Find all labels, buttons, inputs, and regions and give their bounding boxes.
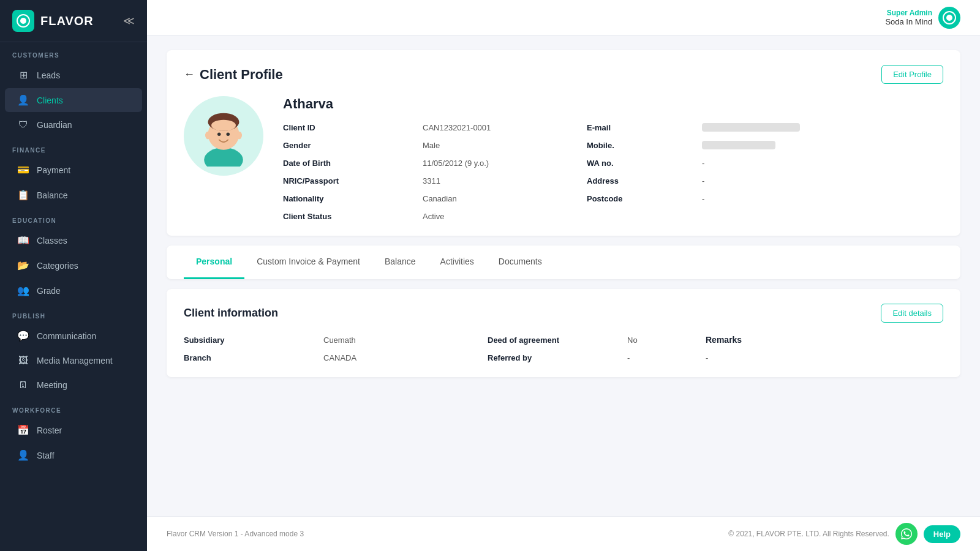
user-menu[interactable]: Super Admin Soda In Mind [885, 7, 960, 29]
logo-text: FLAVOR [40, 14, 94, 28]
section-header: Client information Edit details [184, 304, 943, 323]
main-area: Super Admin Soda In Mind ← Client Profil… [147, 0, 980, 551]
topbar: Super Admin Soda In Mind [147, 0, 980, 36]
email-value [702, 123, 800, 132]
sidebar-item-grade[interactable]: 👥 Grade [5, 279, 142, 302]
sidebar-item-label: Clients [37, 96, 63, 105]
client-information-card: Client information Edit details Subsidia… [167, 289, 960, 377]
user-role: Super Admin [885, 9, 932, 17]
edit-details-button[interactable]: Edit details [881, 304, 943, 323]
guardian-icon: 🛡 [17, 119, 29, 130]
sidebar-item-roster[interactable]: 📅 Roster [5, 418, 142, 442]
tabs-card: Personal Custom Invoice & Payment Balanc… [167, 246, 960, 279]
help-button[interactable]: Help [924, 525, 960, 543]
profile-body: Atharva Client ID CAN1232021-0001 E-mail… [184, 96, 943, 221]
wa-value: - [702, 159, 943, 168]
sidebar-item-label: Media Management [37, 356, 113, 365]
edit-profile-button[interactable]: Edit Profile [881, 65, 943, 84]
tab-custom-invoice[interactable]: Custom Invoice & Payment [244, 246, 372, 279]
roster-icon: 📅 [17, 424, 29, 436]
postcode-value: - [702, 194, 943, 203]
client-info-grid: Client ID CAN1232021-0001 E-mail Gender … [283, 123, 943, 221]
staff-icon: 👤 [17, 449, 29, 461]
sidebar-item-leads[interactable]: ⊞ Leads [5, 63, 142, 87]
tab-personal[interactable]: Personal [184, 246, 244, 279]
status-value: Active [423, 212, 582, 221]
wa-label: WA no. [587, 159, 697, 168]
svg-point-4 [204, 148, 243, 167]
client-id-label: Client ID [283, 123, 418, 132]
footer-copyright: © 2021, FLAVOR PTE. LTD. All Rights Rese… [728, 530, 889, 538]
sidebar-item-label: Leads [37, 70, 60, 80]
grade-icon: 👥 [17, 285, 29, 296]
leads-icon: ⊞ [17, 69, 29, 81]
client-profile-card: ← Client Profile Edit Profile [167, 50, 960, 236]
svg-point-9 [227, 133, 230, 136]
section-title: Client information [184, 307, 278, 320]
footer-version: Flavor CRM Version 1 - Advanced mode 3 [167, 530, 304, 538]
deed-value: No [627, 335, 701, 345]
sidebar-item-classes[interactable]: 📖 Classes [5, 228, 142, 252]
svg-point-10 [205, 132, 211, 140]
tab-activities[interactable]: Activities [428, 246, 486, 279]
tab-documents[interactable]: Documents [486, 246, 554, 279]
sidebar-item-label: Guardian [37, 120, 72, 130]
svg-point-7 [211, 120, 236, 131]
avatar [184, 96, 263, 176]
remarks-header: Remarks [706, 335, 943, 345]
gender-value: Male [423, 141, 582, 150]
footer: Flavor CRM Version 1 - Advanced mode 3 ©… [147, 516, 980, 551]
user-info: Super Admin Soda In Mind [885, 9, 932, 26]
avatar [938, 7, 960, 29]
back-button[interactable]: ← [184, 68, 195, 81]
communication-icon: 💬 [17, 330, 29, 342]
dob-value: 11/05/2012 (9 y.o.) [423, 159, 582, 168]
header-left: ← Client Profile [184, 67, 283, 83]
sidebar-item-label: Classes [37, 236, 67, 246]
user-name: Soda In Mind [885, 17, 932, 26]
svg-point-1 [20, 18, 26, 24]
sidebar-item-communication[interactable]: 💬 Communication [5, 324, 142, 348]
sidebar-item-label: Staff [37, 451, 55, 460]
sidebar-item-label: Roster [37, 425, 62, 435]
content-area: ← Client Profile Edit Profile [147, 36, 980, 516]
referred-value: - [627, 353, 701, 362]
status-label: Client Status [283, 212, 418, 221]
section-workforce: WORKFORCE [0, 397, 147, 418]
sidebar-item-label: Payment [37, 165, 70, 175]
deed-label: Deed of agreement [488, 335, 622, 345]
sidebar-item-balance[interactable]: 📋 Balance [5, 183, 142, 207]
sidebar-item-staff[interactable]: 👤 Staff [5, 443, 142, 467]
subsidiary-value: Cuemath [323, 335, 483, 345]
address-value: - [702, 176, 943, 186]
sidebar-item-media[interactable]: 🖼 Media Management [5, 349, 142, 372]
footer-right: © 2021, FLAVOR PTE. LTD. All Rights Rese… [728, 523, 960, 545]
tabs: Personal Custom Invoice & Payment Balanc… [184, 246, 943, 279]
collapse-button[interactable]: ≪ [123, 14, 135, 28]
sidebar-item-payment[interactable]: 💳 Payment [5, 158, 142, 182]
section-customers: CUSTOMERS [0, 42, 147, 62]
sidebar: FLAVOR ≪ CUSTOMERS ⊞ Leads 👤 Clients 🛡 G… [0, 0, 147, 551]
sidebar-item-categories[interactable]: 📂 Categories [5, 253, 142, 277]
sidebar-item-label: Grade [37, 286, 61, 296]
mobile-value [702, 141, 775, 149]
tab-balance[interactable]: Balance [372, 246, 428, 279]
svg-point-3 [946, 15, 952, 21]
client-id-value: CAN1232021-0001 [423, 123, 582, 132]
classes-icon: 📖 [17, 234, 29, 246]
whatsapp-button[interactable] [895, 523, 918, 545]
sidebar-item-guardian[interactable]: 🛡 Guardian [5, 113, 142, 137]
section-finance: FINANCE [0, 137, 147, 157]
postcode-label: Postcode [587, 194, 697, 203]
client-info-table: Subsidiary Cuemath Deed of agreement No … [184, 335, 943, 362]
sidebar-item-clients[interactable]: 👤 Clients [5, 88, 142, 112]
referred-label: Referred by [488, 353, 622, 362]
branch-value: CANADA [323, 353, 483, 362]
sidebar-item-label: Meeting [37, 380, 67, 390]
categories-icon: 📂 [17, 260, 29, 271]
meeting-icon: 🗓 [17, 380, 29, 391]
section-publish: PUBLISH [0, 303, 147, 323]
page-title: Client Profile [200, 67, 283, 83]
sidebar-item-meeting[interactable]: 🗓 Meeting [5, 373, 142, 397]
subsidiary-label: Subsidiary [184, 335, 318, 345]
